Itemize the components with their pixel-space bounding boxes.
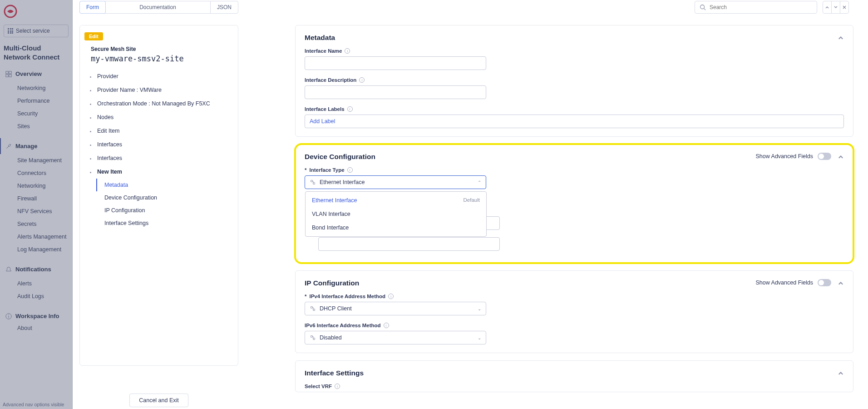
info-icon[interactable]: i [347, 106, 353, 112]
outline-edit-item[interactable]: Edit Item [84, 124, 233, 138]
search-bar[interactable] [695, 1, 817, 14]
dropdown-option-ethernet[interactable]: Ethernet InterfaceDefault [306, 194, 486, 207]
nav-sites[interactable]: Sites [0, 120, 72, 133]
tab-json[interactable]: JSON [211, 1, 238, 13]
search-icon [700, 4, 706, 10]
collapse-ip[interactable] [838, 280, 844, 288]
close-icon [842, 5, 847, 10]
svg-rect-4 [9, 74, 11, 76]
chevron-up-icon [825, 5, 829, 10]
workspace-section[interactable]: Workspace Info [0, 308, 72, 324]
info-icon[interactable]: i [345, 48, 350, 54]
info-icon[interactable]: i [335, 384, 340, 389]
outline-orch-mode[interactable]: Orchestration Mode : Not Managed By F5XC [84, 97, 233, 110]
main-form: Metadata Interface Namei Interface Descr… [295, 25, 853, 399]
edit-badge: Edit [84, 32, 103, 40]
collapse-metadata[interactable] [838, 35, 844, 43]
background-sidebar: Select service Multi-Cloud Network Conne… [0, 0, 73, 409]
ipv6-select[interactable]: Disabled ⌄ [305, 331, 486, 344]
svg-rect-1 [6, 71, 8, 73]
outline-interfaces-1[interactable]: Interfaces [84, 138, 233, 151]
dropdown-option-vlan[interactable]: VLAN Interface [306, 207, 486, 221]
chevron-down-icon: ⌄ [478, 335, 481, 340]
device-hidden-input-2[interactable] [318, 237, 500, 251]
toggle-switch[interactable] [818, 279, 831, 286]
info-icon[interactable]: i [384, 323, 389, 328]
nav-log-mgmt[interactable]: Log Management [0, 243, 72, 256]
search-prev-button[interactable] [823, 1, 832, 14]
outline-device-config[interactable]: Device Configuration [84, 191, 233, 204]
form-outline-panel: Edit Secure Mesh Site my-vmware-smsv2-si… [79, 25, 238, 366]
nav-firewall[interactable]: Firewall [0, 192, 72, 205]
chevron-up-icon [838, 370, 844, 376]
interface-settings-card: Interface Settings Select VRFi [295, 360, 853, 392]
nav-secrets[interactable]: Secrets [0, 218, 72, 230]
select-service-button[interactable]: Select service [4, 25, 69, 37]
svg-rect-3 [6, 74, 8, 76]
toggle-switch[interactable] [818, 153, 831, 160]
info-icon[interactable]: i [347, 167, 353, 173]
nav-nfv[interactable]: NFV Services [0, 205, 72, 218]
grid-icon [8, 28, 13, 34]
bell-icon [5, 266, 12, 273]
search-clear-button[interactable] [840, 1, 849, 14]
collapse-device[interactable] [838, 154, 844, 162]
outline-interfaces-2[interactable]: Interfaces [84, 151, 233, 165]
ip-config-card: IP Configuration Show Advanced Fields *I… [295, 270, 853, 353]
outline-nodes[interactable]: Nodes [84, 110, 233, 124]
outline-metadata[interactable]: Metadata [96, 179, 233, 191]
nav-networking[interactable]: Networking [0, 82, 72, 95]
nav-alerts[interactable]: Alerts [0, 277, 72, 290]
iface-settings-title: Interface Settings [305, 369, 844, 377]
ipv4-label: IPv4 Interface Address Method [309, 294, 385, 299]
svg-rect-2 [9, 71, 11, 73]
branch-icon [310, 305, 316, 312]
search-next-button[interactable] [831, 1, 840, 14]
info-icon[interactable]: i [388, 294, 394, 299]
add-label-input[interactable]: Add Label [305, 115, 844, 128]
nav-alerts-mgmt[interactable]: Alerts Management [0, 230, 72, 243]
ipv4-select[interactable]: DHCP Client ⌄ [305, 302, 486, 315]
show-advanced-toggle-ip[interactable]: Show Advanced Fields [756, 279, 831, 286]
nav-performance[interactable]: Performance [0, 95, 72, 107]
manage-section[interactable]: Manage [0, 138, 72, 154]
svg-point-7 [8, 314, 9, 315]
interface-name-input[interactable] [305, 56, 486, 70]
overview-section[interactable]: Overview [0, 66, 72, 82]
collapse-iface[interactable] [838, 370, 844, 378]
tab-form[interactable]: Form [79, 1, 106, 14]
outline-ip-config[interactable]: IP Configuration [84, 204, 233, 217]
show-advanced-toggle[interactable]: Show Advanced Fields [756, 153, 831, 160]
nav-audit[interactable]: Audit Logs [0, 290, 72, 303]
outline-provider-name[interactable]: Provider Name : VMWare [84, 83, 233, 97]
chevron-down-icon: ⌄ [478, 306, 481, 311]
interface-name-label: Interface Name [305, 48, 342, 54]
info-icon[interactable]: i [359, 77, 365, 83]
app-title: Multi-Cloud Network Connect [4, 44, 69, 61]
nav-site-management[interactable]: Site Management [0, 154, 72, 167]
tab-documentation[interactable]: Documentation [105, 1, 211, 13]
notifications-section[interactable]: Notifications [0, 261, 72, 277]
nav-connectors[interactable]: Connectors [0, 167, 72, 180]
dropdown-option-bond[interactable]: Bond Interface [306, 221, 486, 234]
search-nav-buttons [823, 1, 849, 14]
branch-icon [310, 334, 316, 341]
chevron-up-icon [838, 35, 844, 41]
cancel-bar: Cancel and Exit [79, 394, 238, 407]
nav-about[interactable]: About [0, 324, 72, 334]
nav-security[interactable]: Security [0, 107, 72, 120]
outline-iface-settings[interactable]: Interface Settings [84, 217, 233, 229]
select-service-label: Select service [16, 28, 50, 34]
interface-type-select[interactable]: Ethernet Interface ⌃ Ethernet InterfaceD… [305, 175, 486, 189]
svg-line-9 [704, 9, 706, 10]
interface-desc-input[interactable] [305, 85, 486, 99]
search-input[interactable] [710, 4, 812, 10]
info-icon [5, 313, 12, 319]
nav-networking2[interactable]: Networking [0, 180, 72, 192]
f5-logo [4, 5, 19, 18]
interface-type-dropdown: Ethernet InterfaceDefault VLAN Interface… [305, 191, 487, 237]
outline-provider[interactable]: Provider [84, 70, 233, 83]
interface-desc-label: Interface Description [305, 77, 356, 83]
cancel-exit-button[interactable]: Cancel and Exit [129, 394, 188, 407]
outline-new-item[interactable]: New Item [84, 165, 233, 179]
